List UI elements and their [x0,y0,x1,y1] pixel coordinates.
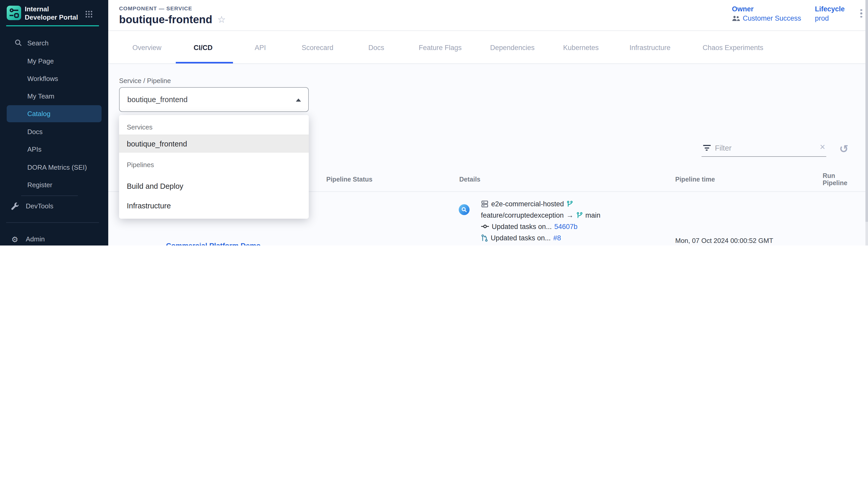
clear-filter-icon[interactable]: × [820,142,825,152]
brand-title: Internal Developer Portal [25,5,83,21]
tab-docs[interactable]: Docs [368,44,384,52]
wrench-icon [11,202,19,210]
sidebar-item-devtools[interactable]: DevTools [7,198,101,214]
pipeline-time-cell: Mon, 07 Oct 2024 00:00:52 GMTrun a day a… [675,236,773,246]
col-header-run-pipeline: Run Pipeline [823,172,855,187]
commit-message: Updated tasks on... [492,223,552,230]
branch-icon [566,200,573,207]
pipeline-name-link[interactable]: Commercial Platform Demo [166,240,260,246]
sidebar: Internal Developer Portal SearchMy PageW… [0,0,108,246]
pipeline-name-cell: Commercial Platform DemoRun ID: 184 [166,240,260,246]
app-grid-icon[interactable] [85,10,93,19]
search-icon [14,39,22,47]
repo-name: e2e-commercial-hosted [491,200,564,208]
sidebar-divider [6,222,99,223]
owner-link[interactable]: Customer Success [743,15,801,22]
menu-group-services: Services [119,119,309,135]
sidebar-item-workflows[interactable]: Workflows [7,70,101,87]
tab-scorecard[interactable]: Scorecard [302,44,333,52]
filter-input[interactable] [714,141,791,155]
sidebar-item-label: DevTools [26,202,53,210]
commit-link[interactable]: 54607b [554,223,578,230]
tab-feature-flags[interactable]: Feature Flags [419,44,462,52]
app-window: Internal Developer Portal SearchMy PageW… [0,0,868,246]
commit-icon [481,223,489,230]
menu-group-pipelines: Pipelines [119,153,309,176]
vertical-scrollbar[interactable] [865,0,868,246]
arrow-right-icon: → [566,211,574,219]
page-title: boutique-frontend [119,13,212,26]
menu-option-boutique-frontend[interactable]: boutique_frontend [119,135,309,153]
select-value: boutique_frontend [127,95,188,104]
build-details: e2e-commercial-hostedfeature/corruptedex… [481,198,600,243]
people-icon [732,16,740,21]
source-branch: feature/corruptedexception [481,211,564,219]
owner-label: Owner [732,5,801,13]
sidebar-item-admin[interactable]: ⚙ Admin [7,231,101,246]
service-pipeline-menu: Services boutique_frontend Pipelines Bui… [119,115,309,219]
chevron-up-icon [296,98,301,102]
tab-dependencies[interactable]: Dependencies [490,44,535,52]
rerun-pipeline-button[interactable]: ↺ [834,241,854,246]
menu-option-build-and-deploy[interactable]: Build and Deploy [119,176,309,196]
sidebar-item-label: Admin [26,235,45,243]
tab-chaos-experiments[interactable]: Chaos Experiments [703,44,763,52]
sidebar-item-label: Search [27,39,49,47]
pr-message: Updated tasks on... [491,234,551,242]
pr-link[interactable]: #8 [553,234,561,242]
tab-overview[interactable]: Overview [132,44,162,52]
main-area: COMPONENT — SERVICE boutique-frontend ☆ … [108,0,868,246]
header-divider [108,30,868,31]
sidebar-item-label: Catalog [27,110,51,118]
brand-divider [6,25,99,26]
col-header-pipeline-status: Pipeline Status [326,176,372,183]
sidebar-item-label: DORA Metrics (SEI) [27,163,87,171]
sidebar-item-dora-metrics-sei[interactable]: DORA Metrics (SEI) [7,158,101,176]
sidebar-item-label: Docs [27,128,42,135]
sidebar-item-catalog[interactable]: Catalog [7,105,101,122]
scrollbar-thumb[interactable] [865,0,868,222]
more-options-kebab-icon[interactable] [857,7,866,20]
lifecycle-value: prod [815,15,829,22]
col-header-details: Details [459,176,480,183]
sidebar-item-label: My Team [27,92,54,100]
lifecycle-block: Lifecycle prod [815,5,845,22]
col-header-pipeline-time: Pipeline time [675,176,715,183]
refresh-table-button[interactable]: ↺ [835,140,852,158]
entity-kind-eyebrow: COMPONENT — SERVICE [119,5,192,11]
gear-icon: ⚙ [11,235,18,243]
tab-kubernetes[interactable]: Kubernetes [563,44,599,52]
service-pipeline-label: Service / Pipeline [119,77,171,85]
favorite-star-icon[interactable]: ☆ [218,15,226,24]
tab-api[interactable]: API [255,44,266,52]
sidebar-item-apis[interactable]: APIs [7,141,101,158]
sidebar-item-docs[interactable]: Docs [7,123,101,140]
sidebar-item-register[interactable]: Register [7,176,101,194]
sidebar-item-my-page[interactable]: My Page [7,52,101,69]
sidebar-item-label: Workflows [27,75,58,83]
pull-request-icon [481,234,488,242]
sidebar-divider [21,196,78,196]
sidebar-item-search[interactable]: Search [7,34,101,51]
owner-block: Owner Customer Success [732,5,801,22]
tab-ci-cd[interactable]: CI/CD [193,44,213,52]
service-pipeline-select[interactable]: boutique_frontend [119,87,309,112]
filter-icon [703,145,711,152]
repo-icon [481,200,489,208]
lifecycle-label: Lifecycle [815,5,845,13]
harness-logo-icon [7,6,21,20]
menu-option-infrastructure[interactable]: Infrastructure [119,196,309,215]
sidebar-item-label: APIs [27,145,41,153]
sidebar-item-my-team[interactable]: My Team [7,87,101,105]
run-date: Mon, 07 Oct 2024 00:00:52 GMT [675,236,773,246]
sidebar-item-label: Register [27,181,52,189]
tab-infrastructure[interactable]: Infrastructure [629,44,670,52]
filter-field: × [702,140,826,157]
sidebar-item-label: My Page [27,57,54,65]
ci-build-icon [459,204,470,215]
target-branch: main [585,211,600,219]
branch-icon [576,212,583,219]
